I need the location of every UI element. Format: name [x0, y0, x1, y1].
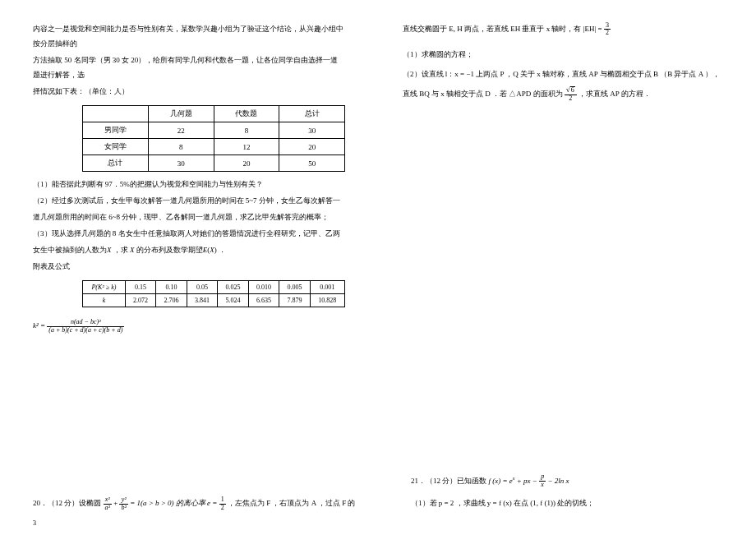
t2-r1c1: 2.072	[125, 294, 155, 307]
t2-r0c7: 0.001	[310, 281, 344, 294]
t1-r2c1: 30	[148, 155, 214, 172]
q1-text: （1）能否据此判断有 97．5%的把握认为视觉和空间能力与性别有关？	[33, 177, 345, 191]
t1-r2c2: 20	[214, 155, 279, 172]
intro-line-3: 择情况如下表：（单位：人）	[33, 84, 345, 99]
t2-r1c2: 2.706	[156, 294, 187, 307]
q2-line2: 道几何题所用的时间在 6~8 分钟，现甲、乙各解同一道几何题，求乙比甲先解答完的…	[33, 210, 345, 224]
t1-r1c1: 8	[148, 139, 214, 155]
left-column: 内容之一是视觉和空间能力是否与性别有关，某数学兴趣小组为了验证这个结论，从兴趣小…	[0, 0, 378, 535]
q2-line1: （2）经过多次测试后，女生甲每次解答一道几何题所用的时间在 5~7 分钟，女生乙…	[33, 193, 345, 208]
q3-line1: （3）现从选择几何题的 8 名女生中任意抽取两人对她们的答题情况进行全程研究，记…	[33, 226, 345, 241]
right-column: 直线交椭圆于 E, H 两点，若直线 EH 垂直于 x 轴时，有 |EH| = …	[378, 0, 756, 535]
t2-r0c5: 0.010	[248, 281, 279, 294]
q20-block: 20．（12 分）设椭圆 x² a² + y² b² = 1(a > b > 0…	[33, 496, 378, 512]
page-number: 3	[33, 519, 36, 527]
intro-line-2: 方法抽取 50 名同学（男 30 女 20），给所有同学几何和代数各一题，让各位…	[33, 53, 345, 82]
table-2: P(K² ≥ k) 0.15 0.10 0.05 0.025 0.010 0.0…	[82, 280, 345, 307]
t2-r0c2: 0.10	[156, 281, 187, 294]
t1-r1c3: 20	[279, 139, 345, 155]
t2-r0c0: P(K² ≥ k)	[83, 281, 126, 294]
t1-h2: 代数题	[214, 106, 279, 122]
t2-r1c3: 3.841	[187, 294, 217, 307]
t1-r2c3: 50	[279, 155, 345, 172]
t1-r0c2: 8	[214, 122, 279, 139]
t2-r0c6: 0.005	[279, 281, 310, 294]
t2-r1c4: 5.024	[218, 294, 248, 307]
t1-h1: 几何题	[148, 106, 214, 122]
t1-r0c3: 30	[279, 122, 345, 139]
k-squared-formula: k² = n(ad − bc)² (a + b)(c + d)(a + c)(b…	[33, 319, 345, 334]
t1-r2c0: 总计	[83, 155, 149, 172]
q3-line2: 女生中被抽到的人数为X ，求 X 的分布列及数学期望E(X) ．	[33, 242, 345, 257]
t1-h0	[83, 106, 149, 122]
t2-r1c7: 10.828	[310, 294, 344, 307]
appendix-label: 附表及公式	[33, 259, 345, 274]
t1-r0c1: 22	[148, 122, 214, 139]
t2-r0c1: 0.15	[125, 281, 155, 294]
r-line1: 直线交椭圆于 E, H 两点，若直线 EH 垂直于 x 轴时，有 |EH| = …	[403, 21, 723, 37]
r-q2-line1: （2）设直线 l：x = −1 上两点 P ，Q 关于 x 轴对称，直线 AP …	[403, 67, 723, 81]
t2-r0c3: 0.05	[187, 281, 217, 294]
t2-r1c5: 6.635	[248, 294, 279, 307]
t1-h3: 总计	[279, 106, 345, 122]
t1-r0c0: 男同学	[83, 122, 149, 139]
t2-r1c6: 7.879	[279, 294, 310, 307]
t2-r0c4: 0.025	[218, 281, 248, 294]
q21-block: 21．（12 分）已知函数 f (x) = ex + px − p x − 2l…	[411, 473, 740, 512]
table-1: 几何题 代数题 总计 男同学 22 8 30 女同学 8 12 20 总计 30…	[82, 105, 345, 172]
r-q2-line2: 直线 BQ 与 x 轴相交于点 D ．若 △APD 的面积为 6 2 ，求直线 …	[403, 86, 723, 103]
t1-r1c2: 12	[214, 139, 279, 155]
t1-r1c0: 女同学	[83, 139, 149, 155]
intro-line-1: 内容之一是视觉和空间能力是否与性别有关，某数学兴趣小组为了验证这个结论，从兴趣小…	[33, 21, 345, 51]
q21-sub: （1）若 p = 2 ，求曲线 y = f (x) 在点 (1, f (1)) …	[411, 496, 740, 510]
t2-r1c0: k	[83, 294, 126, 307]
r-q1: （1）求椭圆的方程；	[403, 47, 723, 62]
